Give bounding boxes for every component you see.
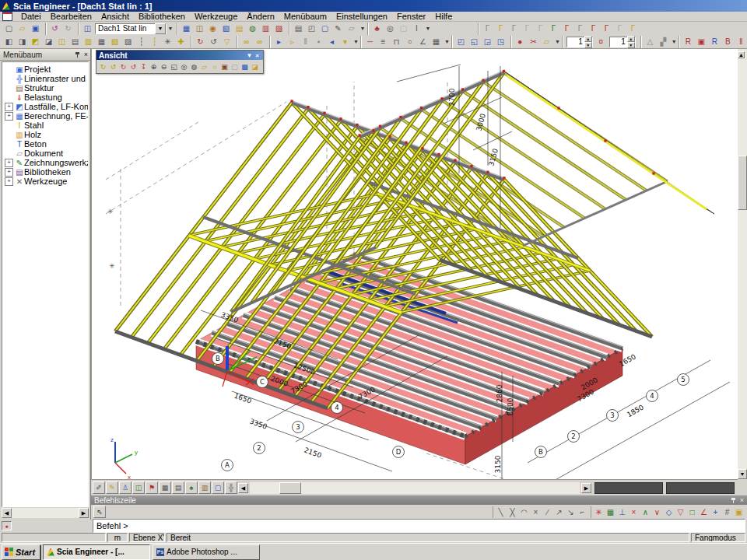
preview-icon[interactable]: ◰	[305, 23, 318, 34]
menu-item[interactable]: Bibliotheken	[134, 12, 190, 22]
view-params-icon[interactable]: ▩	[240, 61, 250, 72]
taskbar-app-button[interactable]: Scia Engineer - [...	[43, 544, 150, 560]
sidebar-tree-item[interactable]: + ▤ Bibliotheken	[2, 167, 88, 177]
view-toolbar[interactable]: Ansicht ▼ × ↻↺↻↺↧⊕⊖◱◎◍▱☼▣▢▩◪	[96, 50, 264, 74]
snap-mode-icon[interactable]: ∨	[651, 506, 663, 518]
chart-icon[interactable]: ◫	[132, 481, 145, 494]
sidebar-tree-item[interactable]: + I Stahl	[2, 121, 88, 130]
menu-item[interactable]: Hilfe	[430, 12, 457, 22]
sidebar-tree-item[interactable]: + ◩ Lastfälle, LF-Kombination	[2, 102, 88, 111]
menu-item[interactable]: Fenster	[392, 12, 430, 22]
materials-icon[interactable]: ◉	[206, 23, 219, 34]
menu-item[interactable]: Einstellungen	[331, 12, 392, 22]
sidebar-tree-item[interactable]: + ╬ Linienraster und Gescho	[2, 74, 88, 83]
section-icon[interactable]: ▣	[695, 36, 708, 47]
dropdown-icon[interactable]: ▼	[353, 39, 359, 44]
zoom-all-icon[interactable]: ◎	[179, 61, 189, 72]
snap-icon[interactable]: ╲	[495, 506, 507, 518]
snap-mode-icon[interactable]: +	[710, 506, 721, 518]
beam-profile-icon[interactable]: Γ	[521, 23, 534, 34]
window-icon[interactable]: ◰	[454, 36, 468, 47]
section-icon[interactable]: R	[682, 36, 695, 47]
save-icon[interactable]: ▣	[29, 23, 42, 34]
polyline-icon[interactable]: ⊓	[390, 36, 403, 47]
view-icon[interactable]: ◧	[2, 36, 16, 47]
select-icon[interactable]: ▹	[286, 36, 299, 47]
snap-mode-icon[interactable]: □	[686, 506, 698, 518]
zoom-doc-icon[interactable]: ◎	[384, 23, 397, 34]
beam-profile-icon[interactable]: Γ	[600, 23, 613, 34]
view-icon[interactable]: ▤	[68, 36, 82, 47]
open-folder-icon[interactable]: ▱	[540, 36, 553, 47]
calc-icon[interactable]: ◍	[246, 23, 259, 34]
grid-icon[interactable]: ╬	[225, 481, 237, 494]
beam-profile-icon[interactable]: Γ	[534, 23, 547, 34]
view-icon[interactable]: ✚	[174, 36, 188, 47]
rotate-view-icon[interactable]: ↻	[118, 61, 128, 72]
zoom-window-icon[interactable]: ◱	[169, 61, 179, 72]
scroll-left-icon[interactable]: ◀	[238, 483, 248, 493]
activity-icon[interactable]: △	[644, 36, 657, 47]
picture-icon[interactable]: ▢	[318, 23, 331, 34]
table-icon[interactable]: ▦	[159, 481, 171, 494]
view-icon[interactable]: ▨	[121, 36, 135, 47]
menu-item[interactable]: Menübaum	[279, 12, 331, 22]
draw-icon[interactable]: ✎	[106, 481, 118, 494]
combo-dropdown-icon[interactable]: ▼	[155, 23, 166, 34]
beam-profile-icon[interactable]: Γ	[560, 23, 573, 34]
pin-icon[interactable]	[730, 497, 737, 504]
dropdown-icon[interactable]: ▼	[672, 39, 677, 44]
section-icon[interactable]: ‖	[735, 36, 747, 47]
view-icon[interactable]: ▧	[108, 36, 121, 47]
document-window-icon[interactable]	[2, 12, 12, 21]
clipboard-icon[interactable]: ▢	[397, 23, 410, 34]
monitor-icon[interactable]: ▢	[212, 481, 224, 494]
zoom-in-icon[interactable]: ⊕	[149, 61, 159, 72]
taskbar-app-button[interactable]: Ps Adobe Photoshop ...	[153, 544, 260, 560]
snap-mode-icon[interactable]: ◇	[663, 506, 675, 518]
snap-mode-icon[interactable]: ✳	[593, 506, 605, 518]
snap-mode-icon[interactable]: ∧	[640, 506, 651, 518]
view-icon[interactable]: ◪	[42, 36, 55, 47]
snap-mode-icon[interactable]: ▣	[733, 506, 745, 518]
horizontal-scrollbar[interactable]	[250, 482, 580, 494]
status-plane[interactable]: Ebene XY	[129, 533, 165, 542]
menu-item[interactable]: Ändern	[242, 12, 279, 22]
scroll-right-icon[interactable]: ▶	[79, 508, 89, 518]
view-icon[interactable]: ┆	[135, 36, 148, 47]
cross-sections-icon[interactable]: ▧	[219, 23, 233, 34]
redo-icon[interactable]: ↻	[61, 23, 75, 34]
rotate-icon[interactable]: ↺	[207, 36, 220, 47]
command-panel-header[interactable]: Befehlszeile ×	[91, 495, 747, 505]
snap-mode-icon[interactable]: ▽	[675, 506, 686, 518]
rotate-view-icon[interactable]: ↻	[98, 61, 108, 72]
sidebar-tree-item[interactable]: + ▥ Holz	[2, 130, 88, 139]
new-file-icon[interactable]: ▢	[2, 23, 16, 34]
edit-doc-icon[interactable]: ✎	[331, 23, 345, 34]
scrollbar-thumb[interactable]	[279, 482, 301, 494]
section-icon[interactable]: B	[721, 36, 735, 47]
scroll-left-icon[interactable]: ◀	[2, 508, 12, 518]
marker-icon[interactable]: ∞	[253, 36, 266, 47]
beam-profile-icon[interactable]: Γ	[494, 23, 507, 34]
menu-item[interactable]: Datei	[16, 12, 46, 22]
notification-icon[interactable]: ●	[2, 521, 12, 530]
angle-icon[interactable]: ∠	[416, 36, 430, 47]
start-button[interactable]: Start	[2, 544, 40, 560]
close-icon[interactable]: ×	[83, 51, 89, 58]
activity-icon[interactable]: ▞	[657, 36, 670, 47]
expand-icon[interactable]: +	[5, 112, 13, 121]
zoom-selection-icon[interactable]: ◍	[189, 61, 199, 72]
select-icon[interactable]: ▪	[312, 36, 325, 47]
sidebar-tree-item[interactable]: + ✎ Zeichnungswerkzeuge	[2, 158, 88, 167]
window-settings-icon[interactable]: ▣	[219, 61, 230, 72]
scroll-up-icon[interactable]: ▲	[738, 51, 745, 58]
expand-icon[interactable]: +	[5, 103, 13, 111]
rotate-icon[interactable]: ↻	[194, 36, 207, 47]
view-icon[interactable]: ┆	[148, 36, 161, 47]
rotate-view-icon[interactable]: ↺	[128, 61, 139, 72]
beam-profile-icon[interactable]: Γ	[547, 23, 560, 34]
print-icon[interactable]: ▤	[292, 23, 305, 34]
close-icon[interactable]: ×	[739, 497, 745, 504]
grid-icon[interactable]: ▦	[430, 36, 443, 47]
